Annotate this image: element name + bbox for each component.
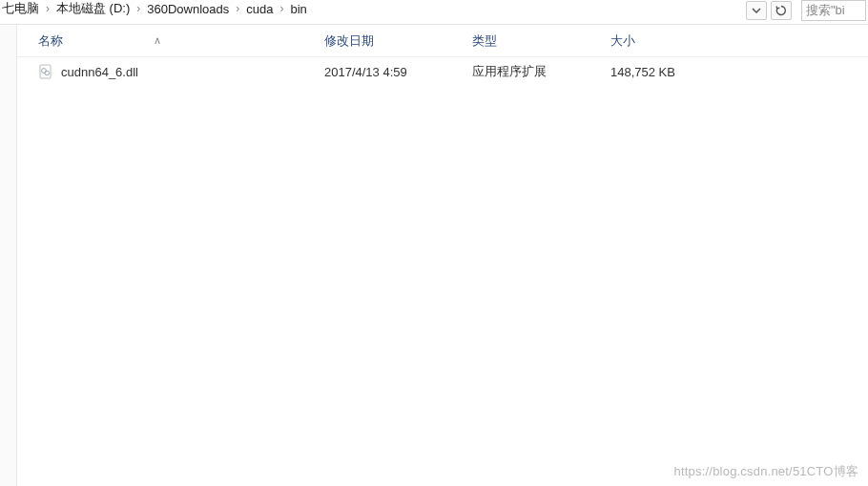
file-date: 2017/4/13 4:59 [324,65,472,79]
watermark-text: https://blog.csdn.net/51CTO博客 [674,464,858,478]
main-area: 名称 ∧ 修改日期 类型 大小 cudnn64_6.dll 2017/4/13 … [0,25,868,486]
column-header-date[interactable]: 修改日期 [324,32,472,50]
refresh-icon [775,5,787,16]
breadcrumb-item[interactable]: 本地磁盘 (D:) [54,0,132,17]
address-dropdown-button[interactable] [746,1,767,20]
breadcrumb-item[interactable]: cuda [244,2,275,16]
file-list-pane: 名称 ∧ 修改日期 类型 大小 cudnn64_6.dll 2017/4/13 … [17,25,868,486]
sort-indicator-icon: ∧ [154,34,161,47]
search-placeholder: 搜索"bi [806,2,845,19]
search-input[interactable]: 搜索"bi [801,0,866,21]
chevron-down-icon [752,8,761,13]
sidebar-sliver [0,25,17,486]
column-header-name[interactable]: 名称 ∧ [38,32,324,50]
columns-header: 名称 ∧ 修改日期 类型 大小 [17,25,868,57]
breadcrumb[interactable]: 七电脑 › 本地磁盘 (D:) › 360Downloads › cuda › … [0,0,746,17]
file-name: cudnn64_6.dll [61,65,138,79]
file-row[interactable]: cudnn64_6.dll 2017/4/13 4:59 应用程序扩展 148,… [17,57,868,86]
column-header-name-label: 名称 [38,32,63,50]
file-type: 应用程序扩展 [472,63,610,80]
breadcrumb-item[interactable]: 七电脑 [0,0,41,17]
chevron-right-icon: › [231,2,244,15]
dll-file-icon [38,64,53,79]
file-size: 148,752 KB [610,65,744,79]
chevron-right-icon: › [276,2,289,15]
breadcrumb-item[interactable]: bin [289,2,309,16]
column-header-type[interactable]: 类型 [472,32,610,50]
chevron-right-icon: › [41,2,54,15]
refresh-button[interactable] [771,1,792,20]
watermark: https://blog.csdn.net/51CTO博客 [674,463,858,480]
breadcrumb-item[interactable]: 360Downloads [145,2,231,16]
address-controls: 搜索"bi [746,0,868,21]
address-bar: 七电脑 › 本地磁盘 (D:) › 360Downloads › cuda › … [0,0,868,25]
chevron-right-icon: › [132,2,145,15]
column-header-size[interactable]: 大小 [610,32,744,50]
